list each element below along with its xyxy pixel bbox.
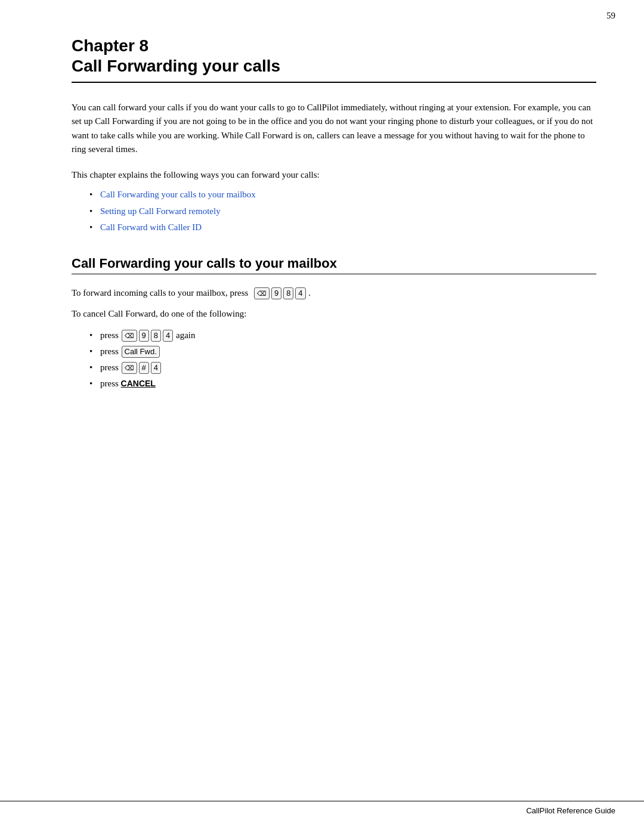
cancel-key: CANCEL: [121, 379, 156, 388]
press-label-1: press: [100, 330, 121, 340]
chapter-label: Chapter 8: [72, 36, 596, 56]
toc-intro: This chapter explains the following ways…: [72, 168, 596, 182]
again-label: again: [176, 330, 195, 340]
list-item: press ⌫984 again: [89, 329, 596, 342]
link-call-forwarding-mailbox[interactable]: Call Forwarding your calls to your mailb…: [100, 190, 256, 199]
cancel-list: press ⌫984 again press Call Fwd. press ⌫…: [89, 329, 596, 391]
press-label-3: press: [100, 363, 121, 372]
key-4: 4: [295, 287, 305, 299]
page-number: 59: [606, 11, 615, 21]
feature-key: ⌫: [254, 287, 270, 299]
forward-text: To forward incoming calls to your mailbo…: [72, 288, 248, 298]
chapter-header: Chapter 8 Call Forwarding your calls: [72, 36, 596, 83]
feature-key-3: ⌫: [122, 362, 137, 374]
list-item: press Call Fwd.: [89, 345, 596, 358]
key-sequence-1: ⌫984: [121, 330, 174, 342]
feature-key-2: ⌫: [122, 330, 137, 342]
key-9: 9: [271, 287, 281, 299]
press-label-2: press: [100, 346, 121, 356]
key-hash: #: [139, 362, 149, 374]
forward-instruction: To forward incoming calls to your mailbo…: [72, 286, 596, 300]
call-fwd-key: Call Fwd.: [122, 346, 160, 358]
key-8: 8: [283, 287, 293, 299]
intro-paragraph: You can call forward your calls if you d…: [72, 101, 596, 156]
link-call-forward-caller-id[interactable]: Call Forward with Caller ID: [100, 222, 202, 232]
key-sequence-forward: ⌫984: [250, 286, 306, 300]
key-4-3: 4: [151, 362, 161, 374]
press-label-4: press: [100, 379, 121, 388]
list-item: press ⌫#4: [89, 361, 596, 374]
toc-list: Call Forwarding your calls to your mailb…: [89, 188, 596, 234]
key-9-2: 9: [139, 330, 149, 342]
list-item: press CANCEL: [89, 377, 596, 391]
list-item[interactable]: Call Forwarding your calls to your mailb…: [89, 188, 596, 202]
key-8-2: 8: [151, 330, 161, 342]
period: .: [308, 288, 311, 298]
footer-text: CallPilot Reference Guide: [526, 806, 615, 815]
key-4-2: 4: [163, 330, 173, 342]
footer: CallPilot Reference Guide: [0, 801, 644, 815]
list-item[interactable]: Setting up Call Forward remotely: [89, 205, 596, 218]
chapter-title: Call Forwarding your calls: [72, 56, 596, 76]
link-setting-call-forward-remotely[interactable]: Setting up Call Forward remotely: [100, 206, 221, 216]
key-sequence-3: ⌫#4: [121, 362, 162, 374]
cancel-intro: To cancel Call Forward, do one of the fo…: [72, 307, 596, 321]
list-item[interactable]: Call Forward with Caller ID: [89, 221, 596, 234]
section1-heading: Call Forwarding your calls to your mailb…: [72, 256, 596, 274]
